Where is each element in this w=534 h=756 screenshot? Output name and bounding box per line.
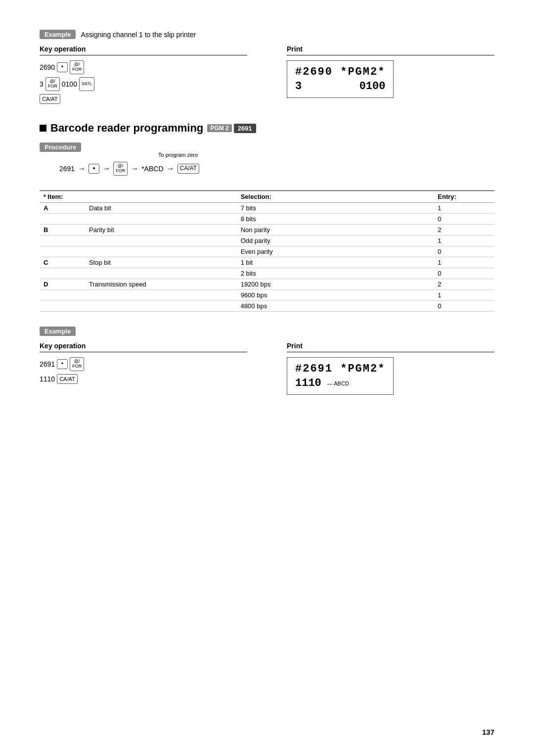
cell-selection: 1 bit <box>237 257 434 268</box>
proc-for-btn[interactable]: @/ FOR <box>113 162 128 176</box>
key2-caat-btn[interactable]: CA/AT <box>57 374 78 384</box>
example1-print-pgm: #2690 *PGM2* <box>295 66 385 78</box>
table-row: 9600 bps1 <box>40 290 494 301</box>
cell-desc: Parity bit <box>85 225 237 236</box>
num-badge: 2691 <box>234 124 256 133</box>
cell-entry: 1 <box>434 203 494 214</box>
cell-selection: Even parity <box>237 246 434 257</box>
col-entry: Entry: <box>434 191 494 203</box>
cell-desc: Data bit <box>85 203 237 214</box>
example1-key-col: Key operation 2690 • @/ FOR 3 @/ FOR 010… <box>40 45 247 107</box>
key-0100: 0100 <box>62 80 77 88</box>
example2-print-box: #2691 *PGM2* 1110 — ABCD <box>287 357 394 395</box>
cell-selection: 7 bits <box>237 203 434 214</box>
example1-key-op: Key operation 2690 • @/ FOR 3 @/ FOR 010… <box>40 45 494 107</box>
key-for-btn1[interactable]: @/ FOR <box>70 60 84 74</box>
col-desc-header <box>85 191 237 203</box>
arrow4: → <box>167 164 175 173</box>
cell-selection: Odd parity <box>237 236 434 246</box>
cell-entry: 2 <box>434 225 494 236</box>
cell-selection: Non parity <box>237 225 434 236</box>
example1-print-val: 0100 <box>359 80 386 93</box>
procedure-diagram: To program zero 2691 → • → @/ FOR → *ABC… <box>59 162 494 176</box>
cell-item: D <box>40 279 85 290</box>
key2-for-btn[interactable]: @/ FOR <box>70 357 84 371</box>
cell-desc <box>85 236 237 246</box>
print-label1: Print <box>287 45 494 55</box>
example2-print-val: 1110 <box>295 377 321 389</box>
section-title: Barcode reader programming PGM 2 2691 <box>40 122 494 135</box>
key-operation-label1: Key operation <box>40 45 247 55</box>
procedure-badge: Procedure <box>40 142 81 152</box>
key-seq2-line1: 2691 • @/ FOR <box>40 357 247 371</box>
cell-entry: 1 <box>434 257 494 268</box>
key-operation-label2: Key operation <box>40 342 247 352</box>
arrow2: → <box>102 164 110 173</box>
cell-desc: Transmission speed <box>85 279 237 290</box>
barcode-section: Barcode reader programming PGM 2 2691 Pr… <box>40 122 494 312</box>
cell-selection: 8 bits <box>237 214 434 225</box>
table-row: 8 bits0 <box>40 214 494 225</box>
key-seq2-line2: 1110 CA/AT <box>40 374 247 384</box>
table-row: CStop bit1 bit1 <box>40 257 494 268</box>
example2-badge: Example <box>40 327 76 336</box>
example1-description: Assigning channel 1 to the slip printer <box>81 31 196 39</box>
key-dot-btn1[interactable]: • <box>57 62 68 72</box>
cell-item <box>40 268 85 279</box>
cell-desc <box>85 246 237 257</box>
cell-desc <box>85 290 237 301</box>
proc-abcd: *ABCD <box>141 165 163 173</box>
key-caat-btn1[interactable]: CA/AT <box>40 94 60 104</box>
proc-start-num: 2691 <box>59 165 75 173</box>
cell-item <box>40 290 85 301</box>
table-row: 4800 bps0 <box>40 301 494 312</box>
abcd-label: ABCD <box>334 380 349 386</box>
cell-entry: 0 <box>434 246 494 257</box>
pgm2-badge: PGM 2 <box>207 124 231 132</box>
cell-item <box>40 236 85 246</box>
col-selection: Selection: <box>237 191 434 203</box>
table-row: DTransmission speed19200 bps2 <box>40 279 494 290</box>
proc-caat-btn[interactable]: CA/AT <box>178 164 199 174</box>
cell-entry: 2 <box>434 279 494 290</box>
example2-key-op: Key operation 2691 • @/ FOR 1110 CA/AT P… <box>40 342 494 395</box>
barcode-table: * Item: Selection: Entry: AData bit7 bit… <box>40 190 494 312</box>
example1-print-num: 3 <box>295 80 302 93</box>
cell-desc <box>85 214 237 225</box>
cell-entry: 0 <box>434 268 494 279</box>
cell-entry: 1 <box>434 236 494 246</box>
table-row: Even parity0 <box>40 246 494 257</box>
cell-selection: 2 bits <box>237 268 434 279</box>
cell-entry: 1 <box>434 290 494 301</box>
cell-item: B <box>40 225 85 236</box>
example2-print-data: 1110 — ABCD <box>295 377 385 389</box>
print-label2: Print <box>287 342 494 352</box>
key-seq-line2: 3 @/ FOR 0100 S97L <box>40 77 247 91</box>
key-seq-line1: 2690 • @/ FOR <box>40 60 247 74</box>
example1-section: Example Assigning channel 1 to the slip … <box>40 30 494 107</box>
example2-print-pgm: #2691 *PGM2* <box>295 363 385 375</box>
proc-flow: 2691 → • → @/ FOR → *ABCD → CA/AT <box>59 162 494 176</box>
key-3: 3 <box>40 80 44 88</box>
black-square-icon <box>40 125 46 132</box>
key2-dot-btn[interactable]: • <box>57 359 68 369</box>
key-for-btn2[interactable]: @/ FOR <box>45 77 60 91</box>
arrow3: → <box>131 164 138 173</box>
example2-section: Example Key operation 2691 • @/ FOR 1110… <box>40 327 494 395</box>
cell-entry: 0 <box>434 301 494 312</box>
to-program-zero-label: To program zero <box>158 152 198 158</box>
barcode-title: Barcode reader programming <box>50 122 203 135</box>
cell-selection: 19200 bps <box>237 279 434 290</box>
cell-item <box>40 246 85 257</box>
cell-item <box>40 301 85 312</box>
key-s97l-btn[interactable]: S97L <box>79 77 94 91</box>
cell-item <box>40 214 85 225</box>
example1-print-data: 3 0100 <box>295 80 385 93</box>
cell-item: A <box>40 203 85 214</box>
cell-desc: Stop bit <box>85 257 237 268</box>
table-row: AData bit7 bits1 <box>40 203 494 214</box>
cell-desc <box>85 301 237 312</box>
proc-dot-btn[interactable]: • <box>89 164 99 174</box>
example2-print-col: Print #2691 *PGM2* 1110 — ABCD <box>287 342 494 395</box>
key-seq-line3: CA/AT <box>40 94 247 104</box>
